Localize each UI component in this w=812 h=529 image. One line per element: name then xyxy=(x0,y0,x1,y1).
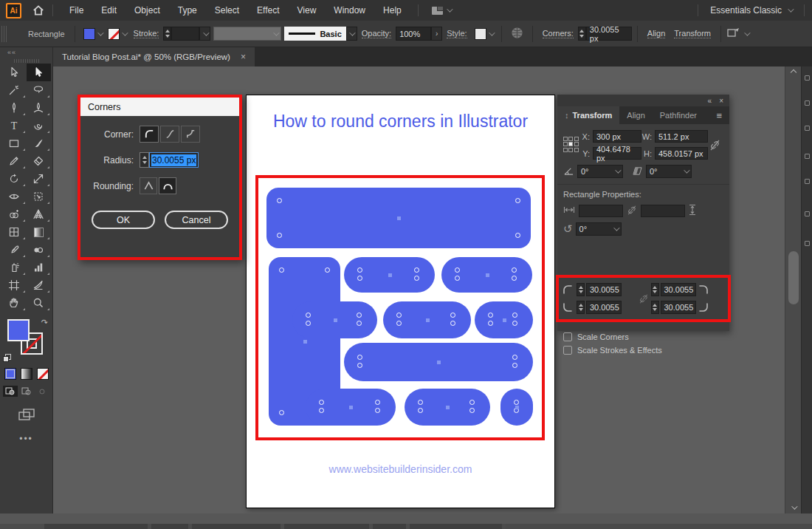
rectangle-rotate-dropdown[interactable]: 0° xyxy=(576,222,622,236)
graphic-style-control[interactable] xyxy=(475,28,493,40)
menu-file[interactable]: File xyxy=(61,0,92,21)
center-anchor[interactable] xyxy=(515,406,519,409)
align-panel-link[interactable]: Align xyxy=(647,29,665,38)
corner-widget-icon[interactable] xyxy=(512,276,517,281)
isolate-selected-object-icon[interactable] xyxy=(726,27,741,41)
center-anchor[interactable] xyxy=(503,318,506,322)
default-fill-stroke-icon[interactable] xyxy=(3,354,11,362)
draw-behind-icon[interactable] xyxy=(19,386,34,397)
symbol-sprayer-tool[interactable] xyxy=(2,259,27,276)
corner-widget-icon[interactable] xyxy=(455,276,460,281)
corner-widget-icon[interactable] xyxy=(357,267,362,273)
radius-input[interactable]: 30.0055 px xyxy=(149,152,199,168)
style-panel-link[interactable]: Style: xyxy=(447,29,467,38)
corners-stepper[interactable] xyxy=(578,27,586,41)
pencil-tool[interactable] xyxy=(2,152,27,170)
corner-widget-icon[interactable] xyxy=(375,400,380,405)
menu-select[interactable]: Select xyxy=(206,0,248,21)
width-tool[interactable] xyxy=(2,188,27,205)
corner-widget-icon[interactable] xyxy=(488,313,493,318)
selection-tool[interactable] xyxy=(2,64,27,81)
collapse-panel-icon[interactable]: « xyxy=(708,97,712,105)
opacity-field[interactable]: 100% xyxy=(396,27,431,41)
corner-widget-icon[interactable] xyxy=(306,313,311,318)
rotate-dropdown[interactable]: 0° xyxy=(577,165,623,178)
corner-widget-icon[interactable] xyxy=(357,276,362,281)
tl-corner-icon[interactable] xyxy=(562,284,575,296)
pen-tool[interactable] xyxy=(2,99,27,117)
rotate-tool[interactable] xyxy=(2,170,27,188)
scroll-down-icon[interactable] xyxy=(785,502,802,513)
tab-pathfinder[interactable]: Pathfinder xyxy=(653,106,704,124)
rounded-rectangle-shape[interactable] xyxy=(306,389,396,426)
graphic-style-swatch[interactable] xyxy=(475,28,486,40)
rect-width-field[interactable] xyxy=(579,205,623,217)
corner-widget-icon[interactable] xyxy=(319,400,324,405)
rounded-rectangle-shape[interactable] xyxy=(383,301,471,338)
h-field[interactable]: 458.0157 px xyxy=(655,147,708,160)
close-tab-icon[interactable]: × xyxy=(241,52,246,62)
rounded-rectangle-shape[interactable] xyxy=(500,389,533,426)
vertical-scrollbar[interactable] xyxy=(785,66,801,513)
center-anchor[interactable] xyxy=(397,216,401,220)
tr-corner-icon[interactable] xyxy=(698,284,711,296)
canvas-area[interactable]: How to round corners in Illustrator www.… xyxy=(53,66,812,513)
constrain-proportions-icon[interactable] xyxy=(708,139,721,151)
menu-object[interactable]: Object xyxy=(125,0,169,21)
color-button[interactable] xyxy=(4,368,16,380)
eyedropper-tool[interactable] xyxy=(2,241,27,259)
center-anchor[interactable] xyxy=(426,318,430,322)
corner-widget-icon[interactable] xyxy=(512,363,517,368)
tab-align[interactable]: Align xyxy=(619,106,652,124)
scale-corners-option[interactable]: Scale Corners xyxy=(563,332,662,341)
cancel-button[interactable]: Cancel xyxy=(165,211,228,229)
slice-tool[interactable] xyxy=(27,276,51,294)
illustrator-logo[interactable]: Ai xyxy=(6,3,21,18)
free-transform-tool[interactable] xyxy=(27,188,51,205)
curvature-tool[interactable] xyxy=(27,99,51,117)
corner-radius-bottom-left-stepper[interactable] xyxy=(577,301,585,314)
corner-widget-icon[interactable] xyxy=(357,363,362,368)
corner-widget-icon[interactable] xyxy=(277,198,282,203)
stroke-panel-link[interactable]: Stroke: xyxy=(134,29,159,38)
stroke-color-control[interactable] xyxy=(108,28,126,40)
rounded-rectangle-shape[interactable] xyxy=(475,301,533,338)
center-anchor[interactable] xyxy=(388,273,392,277)
corner-radius-top-right-stepper[interactable] xyxy=(651,283,659,296)
corner-widget-icon[interactable] xyxy=(418,400,423,405)
control-bar-grip[interactable] xyxy=(1,26,7,42)
recolor-artwork-icon[interactable] xyxy=(510,26,524,41)
corner-widget-icon[interactable] xyxy=(357,313,362,318)
corner-radius-bottom-right-field[interactable]: 30.0055 xyxy=(661,301,696,314)
corner-widget-icon[interactable] xyxy=(512,313,517,318)
corner-widget-icon[interactable] xyxy=(414,267,419,273)
rounding-absolute-button[interactable] xyxy=(140,177,157,194)
menu-view[interactable]: View xyxy=(289,0,326,21)
artboard[interactable]: How to round corners in Illustrator www.… xyxy=(246,95,555,508)
transform-panel-link[interactable]: Transform xyxy=(674,29,711,38)
corner-chamfer-button[interactable] xyxy=(160,126,179,143)
y-field[interactable]: 404.6478 px xyxy=(593,147,641,160)
rounded-rectangle-shape[interactable] xyxy=(344,257,435,293)
tab-transform[interactable]: ↕Transform xyxy=(557,106,619,124)
shear-dropdown[interactable]: 0° xyxy=(646,165,692,178)
link-broken-icon[interactable] xyxy=(627,205,637,217)
corner-round-button[interactable] xyxy=(140,126,159,143)
center-anchor[interactable] xyxy=(334,318,337,322)
corner-widget-icon[interactable] xyxy=(357,321,362,326)
center-anchor[interactable] xyxy=(486,273,489,277)
brush-definition-chevron[interactable] xyxy=(346,27,357,41)
panel-menu-icon[interactable]: ≡ xyxy=(709,106,729,124)
corner-widget-icon[interactable] xyxy=(469,400,475,405)
shape-builder-tool[interactable] xyxy=(2,205,27,223)
menu-effect[interactable]: Effect xyxy=(248,0,288,21)
type-tool[interactable]: T xyxy=(2,117,27,134)
corner-widget-icon[interactable] xyxy=(469,408,475,413)
spiral-tool[interactable] xyxy=(27,117,51,134)
br-corner-icon[interactable] xyxy=(698,301,711,313)
bl-corner-icon[interactable] xyxy=(562,301,575,313)
fill-color-control[interactable] xyxy=(83,28,102,40)
eraser-tool[interactable] xyxy=(27,152,51,170)
corner-widget-icon[interactable] xyxy=(514,400,519,405)
radius-stepper[interactable] xyxy=(140,152,149,168)
